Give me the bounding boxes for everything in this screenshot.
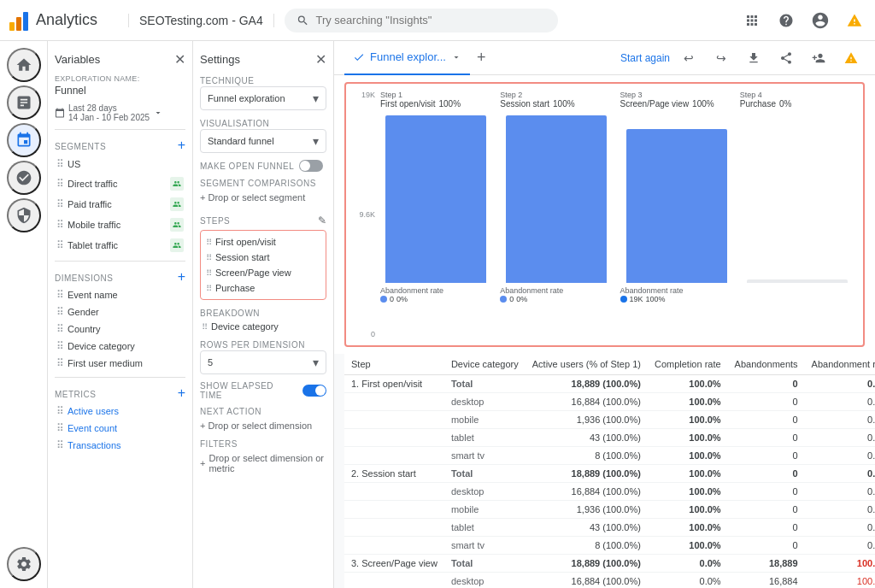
rows-per-dim-dropdown[interactable]: 5 ▾ bbox=[200, 350, 326, 374]
add-user-btn[interactable] bbox=[805, 44, 832, 72]
tab-actions: Start again ↩ ↪ bbox=[620, 44, 865, 72]
table-row: 3. Screen/Page viewTotal18,889 (100.0%)0… bbox=[344, 555, 875, 573]
metric-active[interactable]: ⠿Active users bbox=[55, 403, 185, 420]
segment-us-label: US bbox=[68, 159, 184, 169]
segment-tablet[interactable]: ⠿ Tablet traffic bbox=[55, 235, 185, 256]
drag-icon: ⠿ bbox=[56, 219, 64, 231]
metric-transactions[interactable]: ⠿Transactions bbox=[55, 437, 185, 454]
col-active: Active users (% of Step 1) bbox=[526, 354, 648, 375]
breakdown-label: BREAKDOWN bbox=[200, 309, 260, 318]
filters-drop[interactable]: + Drop or select dimension or metric bbox=[200, 450, 326, 477]
dimensions-label: DIMENSIONS bbox=[55, 273, 113, 283]
segment-direct[interactable]: ⠿ Direct traffic bbox=[55, 173, 185, 194]
tab-funnel-explore[interactable]: Funnel explor... bbox=[344, 41, 470, 75]
property-name[interactable]: SEOTesting.com - GA4 bbox=[128, 14, 274, 27]
step-3-header: Step 3 Screen/Page view 100% bbox=[617, 91, 737, 109]
technique-dropdown-arrow: ▾ bbox=[313, 91, 319, 105]
y-axis-bottom: 0 bbox=[353, 330, 375, 338]
steps-box: ⠿ First open/visit ⠿ Session start ⠿ Scr… bbox=[200, 230, 326, 300]
date-range-dates: 14 Jan - 10 Feb 2025 bbox=[68, 113, 150, 122]
svg-rect-2 bbox=[23, 12, 28, 31]
app-title: Analytics bbox=[36, 11, 97, 29]
tab-add-btn[interactable]: + bbox=[477, 49, 486, 67]
open-funnel-label: MAKE OPEN FUNNEL bbox=[200, 162, 294, 171]
metrics-add-btn[interactable]: + bbox=[178, 385, 185, 401]
nav-explore[interactable] bbox=[7, 123, 41, 157]
metrics-header: METRICS + bbox=[55, 383, 185, 403]
table-row: mobile1,936 (100.0%)100.0%00.0% bbox=[344, 501, 875, 519]
y-axis-mid: 9.6K bbox=[353, 210, 375, 219]
next-action-drop[interactable]: + Drop or select dimension bbox=[200, 417, 326, 438]
open-funnel-toggle[interactable] bbox=[299, 160, 323, 172]
start-again-btn[interactable]: Start again bbox=[620, 52, 670, 64]
dimension-event[interactable]: ⠿Event name bbox=[55, 286, 185, 303]
visualisation-dropdown[interactable]: Standard funnel ▾ bbox=[200, 129, 326, 153]
breakdown-item[interactable]: ⠿ Device category bbox=[200, 319, 326, 338]
dimension-gender[interactable]: ⠿Gender bbox=[55, 303, 185, 320]
segment-mobile[interactable]: ⠿ Mobile traffic bbox=[55, 215, 185, 235]
alert-icon[interactable] bbox=[841, 7, 868, 34]
divider-1 bbox=[55, 129, 185, 130]
nav-settings[interactable] bbox=[7, 547, 41, 581]
table-row: tablet43 (100.0%)100.0%00.0% bbox=[344, 429, 875, 447]
steps-header: STEPS ✎ bbox=[200, 215, 326, 226]
search-box[interactable] bbox=[285, 9, 558, 32]
apps-icon[interactable] bbox=[738, 7, 766, 34]
variables-close-btn[interactable]: ✕ bbox=[174, 51, 185, 68]
step-first-open[interactable]: ⠿ First open/visit bbox=[204, 234, 322, 250]
metric-events[interactable]: ⠿Event count bbox=[55, 420, 185, 437]
table-row: smart tv8 (100.0%)100.0%00.0% bbox=[344, 447, 875, 465]
steps-edit-btn[interactable]: ✎ bbox=[318, 215, 326, 226]
funnel-chart: 19K 9.6K 0 Step 1 First open/visit bbox=[344, 82, 865, 347]
alert-warn-btn[interactable] bbox=[837, 44, 865, 72]
variables-panel-header: Variables ✕ bbox=[55, 51, 185, 68]
table-header-row: Step Device category Active users (% of … bbox=[344, 354, 875, 375]
bar-2-fill bbox=[506, 115, 607, 283]
svg-rect-0 bbox=[9, 22, 15, 31]
y-axis-top: 19K bbox=[353, 91, 375, 99]
date-range-row[interactable]: Last 28 days 14 Jan - 10 Feb 2025 bbox=[55, 103, 185, 122]
step-purchase[interactable]: ⠿ Purchase bbox=[204, 280, 322, 296]
segment-paid[interactable]: ⠿ Paid traffic bbox=[55, 194, 185, 215]
table-row: desktop16,884 (100.0%)0.0%16,884100.0% bbox=[344, 573, 875, 589]
undo-btn[interactable]: ↩ bbox=[675, 44, 702, 72]
share-btn[interactable] bbox=[772, 44, 800, 72]
drag-icon: ⠿ bbox=[56, 198, 64, 210]
technique-dropdown[interactable]: Funnel exploration ▾ bbox=[200, 86, 326, 110]
nav-reports[interactable] bbox=[7, 85, 41, 120]
steps-label: STEPS bbox=[200, 216, 230, 226]
nav-advertising[interactable] bbox=[7, 161, 41, 195]
step-session-start[interactable]: ⠿ Session start bbox=[204, 250, 322, 265]
top-bar: Analytics SEOTesting.com - GA4 bbox=[0, 0, 875, 41]
redo-btn[interactable]: ↪ bbox=[708, 44, 735, 72]
dimensions-add-btn[interactable]: + bbox=[178, 269, 185, 285]
dimension-medium[interactable]: ⠿First user medium bbox=[55, 355, 185, 372]
segments-add-btn[interactable]: + bbox=[178, 138, 185, 153]
nav-home[interactable] bbox=[7, 48, 41, 82]
elapsed-time-row: SHOW ELAPSED TIME bbox=[200, 381, 326, 400]
abnd-2: Abandonment rate 0 0% bbox=[496, 286, 616, 303]
abnd-dot-3 bbox=[620, 296, 627, 303]
help-icon[interactable] bbox=[772, 7, 800, 34]
nav-configure[interactable] bbox=[7, 198, 41, 232]
dimension-country[interactable]: ⠿Country bbox=[55, 320, 185, 338]
elapsed-time-toggle[interactable] bbox=[302, 385, 326, 397]
tab-check-icon bbox=[353, 51, 365, 63]
account-icon[interactable] bbox=[807, 7, 834, 34]
next-action-label: NEXT ACTION bbox=[200, 407, 261, 416]
search-input[interactable] bbox=[315, 14, 545, 26]
segment-direct-label: Direct traffic bbox=[68, 179, 167, 189]
settings-close-btn[interactable]: ✕ bbox=[315, 51, 326, 68]
main-layout: Variables ✕ EXPLORATION NAME: Funnel Las… bbox=[0, 41, 875, 588]
segment-comparisons-drop[interactable]: + Drop or select segment bbox=[200, 189, 326, 209]
export-btn[interactable] bbox=[740, 44, 767, 72]
content-area: Funnel explor... + Start again ↩ ↪ bbox=[334, 41, 875, 588]
table-row: tablet43 (100.0%)100.0%00.0% bbox=[344, 519, 875, 537]
abnd-4 bbox=[737, 286, 856, 303]
segment-us[interactable]: ⠿ US bbox=[55, 155, 185, 173]
segment-paid-label: Paid traffic bbox=[68, 199, 167, 209]
search-icon bbox=[297, 14, 309, 27]
dimension-device[interactable]: ⠿Device category bbox=[55, 338, 185, 355]
step-screen-page[interactable]: ⠿ Screen/Page view bbox=[204, 265, 322, 280]
svg-rect-1 bbox=[16, 17, 21, 31]
